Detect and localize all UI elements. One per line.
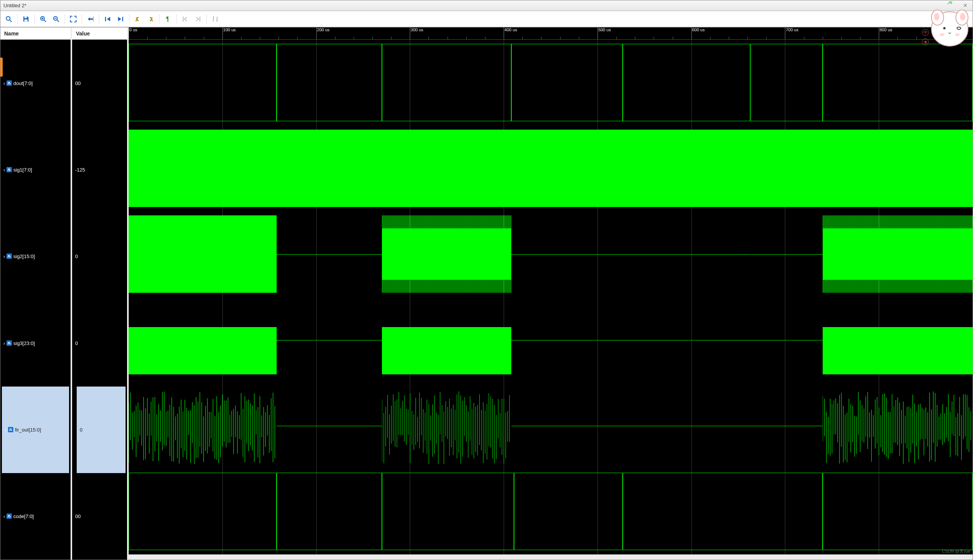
toolbar-separator [99, 14, 99, 24]
expand-icon[interactable]: › [3, 81, 5, 86]
ruler-label: 500 us [598, 27, 611, 32]
next-marker-icon [192, 13, 204, 25]
waveform-row-sig2[interactable] [129, 211, 973, 297]
waveform-row-dout[interactable] [129, 40, 973, 125]
ruler-label: 600 us [692, 27, 705, 32]
signal-name-row[interactable]: ›sig3[23:0] [0, 300, 70, 386]
waveform-viewer-window: Untitled 2* × Name ›dout[7:0]›sig1[7:0]›… [0, 0, 973, 560]
waveform-row-fir_out[interactable] [129, 383, 973, 468]
signal-value-row[interactable]: 00 [72, 40, 127, 126]
zoom-in-icon[interactable] [37, 13, 49, 25]
toolbar-separator [129, 14, 129, 24]
svg-point-0 [6, 17, 10, 20]
signal-icon [7, 513, 12, 519]
ruler-label: 300 us [411, 27, 423, 32]
go-last-icon[interactable] [114, 13, 127, 25]
value-column-header: Value [72, 27, 127, 40]
signal-name: dout[7:0] [13, 80, 33, 86]
svg-rect-13 [122, 17, 123, 22]
svg-rect-3 [24, 19, 27, 22]
expand-icon[interactable]: › [3, 514, 5, 519]
toolbar-separator [82, 14, 82, 24]
signal-icon [7, 80, 12, 86]
signal-name-row[interactable]: ›sig1[7:0] [0, 126, 70, 213]
search-icon[interactable] [3, 13, 15, 25]
signal-name-row[interactable]: ›sig2[15:0] [0, 213, 70, 300]
svg-rect-12 [105, 17, 106, 22]
save-icon[interactable] [20, 13, 32, 25]
svg-rect-11 [93, 17, 94, 22]
signal-icon [8, 427, 13, 432]
titlebar: Untitled 2* × [0, 0, 973, 11]
signal-name: sig2[15:0] [13, 253, 35, 259]
waveform-row-sig1[interactable] [129, 125, 973, 211]
ruler-label: 100 us [223, 27, 236, 32]
horizontal-scrollbar[interactable] [129, 554, 973, 560]
waveform-row-code[interactable] [129, 468, 973, 554]
signal-name-row[interactable]: ›code[7:0] [0, 473, 70, 560]
swap-cursors-icon [209, 13, 221, 25]
toolbar-separator [159, 14, 159, 24]
signal-value-row[interactable]: 0 [72, 300, 127, 386]
signal-name: sig1[7:0] [13, 167, 32, 173]
ruler-label: 400 us [505, 27, 517, 32]
zoom-fit-icon[interactable] [67, 13, 79, 25]
signal-name: code[7:0] [13, 513, 34, 519]
expand-icon[interactable]: › [3, 167, 5, 173]
window-title: Untitled 2* [3, 3, 26, 8]
name-column-header: Name [0, 27, 70, 40]
toolbar-separator [206, 14, 207, 24]
ruler-label: 800 us [879, 27, 892, 32]
expand-icon[interactable]: › [3, 341, 5, 346]
toolbar-separator [34, 14, 35, 24]
prev-transition-icon[interactable] [132, 13, 144, 25]
signal-value: -125 [75, 167, 85, 173]
signal-value-row[interactable]: -125 [72, 126, 127, 213]
go-first-icon[interactable] [102, 13, 114, 25]
signal-value-row[interactable]: 0 [72, 386, 127, 473]
toolbar-separator [65, 14, 65, 24]
ruler-label: 700 us [786, 27, 798, 32]
value-column: Value 00-12500000 [72, 27, 129, 560]
signal-icon [7, 253, 12, 259]
expand-icon[interactable]: › [3, 254, 5, 259]
signal-value: 00 [75, 80, 80, 86]
watermark: CSDN @吴yue [942, 548, 970, 554]
ime-indicator-icon[interactable]: 中 [922, 29, 929, 36]
svg-line-9 [57, 20, 59, 22]
name-column: Name ›dout[7:0]›sig1[7:0]›sig2[15:0]›sig… [0, 27, 72, 560]
next-transition-icon[interactable] [145, 13, 157, 25]
add-marker-icon[interactable] [162, 13, 174, 25]
svg-rect-2 [24, 17, 27, 18]
zoom-out-icon[interactable] [50, 13, 62, 25]
signal-value-row[interactable]: 00 [72, 473, 127, 560]
signal-value: 0 [75, 340, 78, 346]
toolbar-separator [176, 14, 177, 24]
ruler-label: 0 us [129, 27, 137, 32]
time-ruler[interactable]: 0 us100 us200 us300 us400 us500 us600 us… [129, 27, 973, 40]
signal-icon [7, 340, 12, 346]
main-area: Name ›dout[7:0]›sig1[7:0]›sig2[15:0]›sig… [0, 27, 973, 560]
signal-value-row[interactable]: 0 [72, 213, 127, 300]
toolbar [0, 11, 973, 27]
ruler-label: 200 us [317, 27, 330, 32]
waveform-row-sig3[interactable] [129, 297, 973, 383]
signal-value: 0 [75, 253, 78, 259]
left-resize-grip[interactable] [0, 58, 3, 77]
signal-name-row[interactable]: ›dout[7:0] [0, 40, 70, 126]
signal-name-row[interactable]: ›fir_out[15:0] [0, 386, 70, 473]
ime-indicator2-icon[interactable]: ❀ [922, 38, 929, 45]
signal-value: 0 [80, 427, 82, 433]
go-to-cursor-icon[interactable] [84, 13, 97, 25]
signal-name: fir_out[15:0] [15, 427, 41, 433]
prev-marker-icon [179, 13, 191, 25]
signal-icon [7, 167, 12, 172]
svg-line-1 [10, 20, 12, 22]
signal-name: sig3[23:0] [13, 340, 35, 346]
close-icon[interactable]: × [961, 2, 970, 10]
expand-icon[interactable]: › [5, 427, 7, 432]
toolbar-separator [17, 14, 18, 24]
svg-line-5 [44, 20, 46, 22]
signal-value: 00 [75, 513, 80, 519]
waveform-column[interactable]: 0 us100 us200 us300 us400 us500 us600 us… [129, 27, 973, 560]
